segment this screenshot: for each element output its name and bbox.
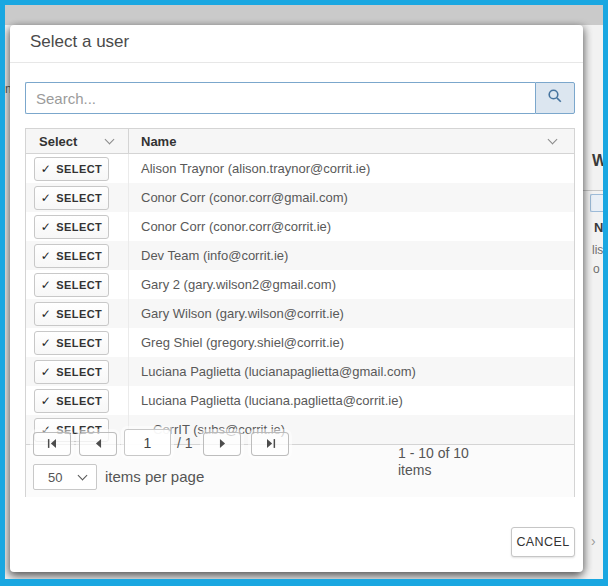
select-button-label: SELECT: [56, 250, 102, 262]
search-icon: [547, 88, 563, 108]
table-row: ✓ SELECT Gary Wilson (gary.wilson@corrit…: [26, 299, 574, 328]
search-input[interactable]: [25, 82, 535, 114]
last-page-icon: [265, 437, 276, 452]
select-button-label: SELECT: [56, 337, 102, 349]
table-row: ✓ SELECT Conor Corr (conor.corr@corrit.i…: [26, 212, 574, 241]
users-table: Select Name ✓ SELECT Ali: [25, 128, 575, 497]
select-button-label: SELECT: [56, 221, 102, 233]
check-icon: ✓: [41, 366, 51, 378]
background-fragment-box: [590, 194, 606, 212]
title-divider: [10, 62, 583, 63]
table-row: ✓ SELECT Alison Traynor (alison.traynor@…: [26, 154, 574, 183]
check-icon: ✓: [41, 279, 51, 291]
table-header: Select Name: [26, 129, 574, 154]
select-cell: ✓ SELECT: [26, 183, 129, 212]
select-cell: ✓ SELECT: [26, 299, 129, 328]
page-size-label: items per page: [105, 468, 204, 485]
cancel-button[interactable]: CANCEL: [511, 527, 575, 557]
background-fragment-w: W: [592, 152, 607, 170]
search-bar: [25, 82, 575, 114]
chevron-down-icon[interactable]: [548, 135, 558, 145]
select-button-label: SELECT: [56, 308, 102, 320]
table-row: ✓ SELECT Luciana Paglietta (luciana.pagl…: [26, 386, 574, 415]
pager-first-page-button[interactable]: [33, 432, 71, 456]
select-button-label: SELECT: [56, 366, 102, 378]
check-icon: ✓: [41, 250, 51, 262]
user-name: Luciana Paglietta (lucianapaglietta@gmai…: [129, 357, 574, 386]
table-row: ✓ SELECT Conor Corr (conor.corr@gmail.co…: [26, 183, 574, 212]
next-page-icon: [217, 437, 228, 452]
page-number-input[interactable]: [124, 429, 171, 456]
select-column-label: Select: [39, 134, 77, 149]
items-range-label: 1 - 10 of 10 items: [398, 445, 480, 479]
select-button-label: SELECT: [56, 163, 102, 175]
check-icon: ✓: [41, 163, 51, 175]
user-name: Alison Traynor (alison.traynor@corrit.ie…: [129, 154, 574, 183]
background-fragment-caret: ›: [591, 533, 596, 549]
select-button[interactable]: ✓ SELECT: [34, 244, 109, 268]
pager-last-page-button[interactable]: [251, 432, 289, 456]
backdrop-top-strip: [5, 5, 603, 25]
chevron-down-icon[interactable]: [105, 135, 115, 145]
table-row: ✓ SELECT Gary 2 (gary.wilson2@gmail.com): [26, 270, 574, 299]
user-name: Conor Corr (conor.corr@gmail.com): [129, 183, 574, 212]
check-icon: ✓: [41, 192, 51, 204]
select-button[interactable]: ✓ SELECT: [34, 360, 109, 384]
page-size-select[interactable]: 50: [33, 464, 97, 490]
background-fragment-n: N: [594, 220, 603, 235]
user-name: Greg Shiel (gregory.shiel@corrit.ie): [129, 328, 574, 357]
select-button[interactable]: ✓ SELECT: [34, 331, 109, 355]
select-button-label: SELECT: [56, 395, 102, 407]
select-button[interactable]: ✓ SELECT: [34, 215, 109, 239]
background-fragment-divider: [583, 190, 603, 191]
select-cell: ✓ SELECT: [26, 241, 129, 270]
page-size-value: 50: [34, 470, 79, 485]
check-icon: ✓: [41, 308, 51, 320]
select-button[interactable]: ✓ SELECT: [34, 273, 109, 297]
select-button[interactable]: ✓ SELECT: [34, 389, 109, 413]
select-user-dialog: Select a user Select: [10, 25, 583, 572]
user-name: Gary Wilson (gary.wilson@corrit.ie): [129, 299, 574, 328]
table-row: ✓ SELECT Greg Shiel (gregory.shiel@corri…: [26, 328, 574, 357]
search-button[interactable]: [535, 82, 575, 114]
select-button[interactable]: ✓ SELECT: [34, 302, 109, 326]
table-row: ✓ SELECT Dev Team (info@corrit.ie): [26, 241, 574, 270]
user-name: Dev Team (info@corrit.ie): [129, 241, 574, 270]
screenshot-frame: W N lis o › n Select a user: [0, 0, 608, 586]
user-name: Conor Corr (conor.corr@corrit.ie): [129, 212, 574, 241]
select-cell: ✓ SELECT: [26, 357, 129, 386]
user-name: Gary 2 (gary.wilson2@gmail.com): [129, 270, 574, 299]
select-cell: ✓ SELECT: [26, 212, 129, 241]
select-button-label: SELECT: [56, 192, 102, 204]
column-header-name: Name: [129, 129, 574, 153]
dialog-title: Select a user: [30, 32, 129, 52]
select-button[interactable]: ✓ SELECT: [34, 186, 109, 210]
background-fragment-o: o: [593, 262, 600, 276]
name-column-label: Name: [141, 134, 176, 149]
chevron-down-icon: [78, 471, 88, 481]
select-button[interactable]: ✓ SELECT: [34, 157, 109, 181]
page-backdrop: W N lis o › n Select a user: [5, 5, 603, 579]
pager-previous-page-button[interactable]: [79, 432, 117, 456]
select-cell: ✓ SELECT: [26, 270, 129, 299]
page-total-label: / 1: [177, 435, 193, 451]
background-fragment-lis: lis: [592, 243, 603, 257]
select-cell: ✓ SELECT: [26, 328, 129, 357]
select-cell: ✓ SELECT: [26, 386, 129, 415]
check-icon: ✓: [41, 221, 51, 233]
column-header-select: Select: [26, 129, 129, 153]
previous-page-icon: [93, 437, 104, 452]
user-name: CorrIT (subs@corrit.ie): [129, 415, 574, 444]
select-cell: ✓ SELECT: [26, 154, 129, 183]
check-icon: ✓: [41, 395, 51, 407]
select-button-label: SELECT: [56, 279, 102, 291]
user-name: Luciana Paglietta (luciana.paglietta@cor…: [129, 386, 574, 415]
pager-next-page-button[interactable]: [203, 432, 241, 456]
table-row: ✓ SELECT Luciana Paglietta (lucianapagli…: [26, 357, 574, 386]
check-icon: ✓: [41, 337, 51, 349]
first-page-icon: [47, 437, 58, 452]
